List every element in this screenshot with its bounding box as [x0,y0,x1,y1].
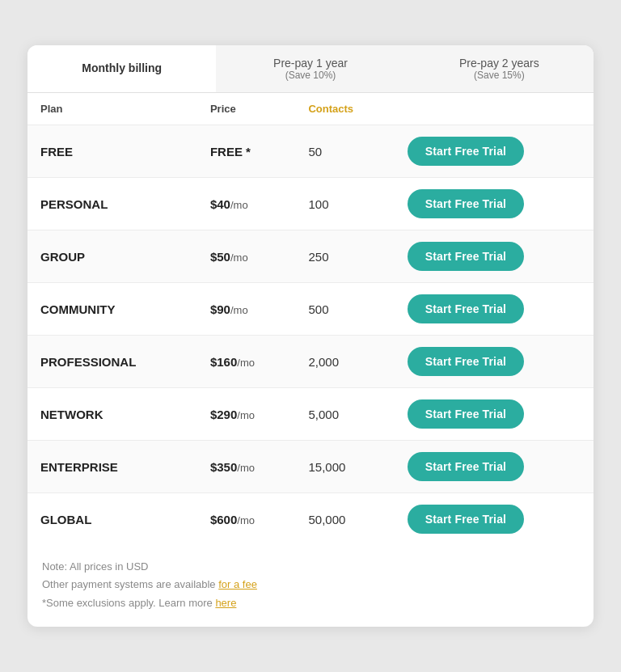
table-row: GLOBAL$600/mo50,000Start Free Trial [27,493,594,546]
tab-prepay2[interactable]: Pre-pay 2 years (Save 15%) [405,45,594,92]
pricing-table: Plan Price Contacts FREEFREE *50Start Fr… [27,93,594,545]
plan-contacts: 2,000 [295,336,394,388]
footer-note-exclusions: *Some exclusions apply. Learn more here [42,594,579,612]
price-amount: $90 [210,302,230,316]
here-link[interactable]: here [215,597,236,609]
for-a-fee-link[interactable]: for a fee [218,578,257,590]
plan-action: Start Free Trial [395,230,594,283]
table-row: ENTERPRISE$350/mo15,000Start Free Trial [27,441,594,493]
price-amount: $40 [210,197,230,211]
plan-name: COMMUNITY [27,283,197,336]
plan-action: Start Free Trial [395,125,594,178]
footer-notes: Note: All prices in USD Other payment sy… [27,545,594,626]
pricing-card: Monthly billing Pre-pay 1 year (Save 10%… [27,45,594,626]
tab-monthly[interactable]: Monthly billing [27,45,216,92]
plan-name: GROUP [27,230,197,283]
plan-name: NETWORK [27,388,197,441]
col-plan-header: Plan [27,93,197,125]
plan-contacts: 500 [295,283,394,336]
plan-contacts: 250 [295,230,394,283]
price-period: /mo [230,251,248,264]
price-period: /mo [237,514,255,526]
plan-action: Start Free Trial [395,283,594,336]
table-row: FREEFREE *50Start Free Trial [27,125,594,178]
plan-name: ENTERPRISE [27,441,197,493]
start-free-trial-button[interactable]: Start Free Trial [408,452,524,481]
table-row: GROUP$50/mo250Start Free Trial [27,230,594,283]
plan-price: $350/mo [197,441,296,493]
col-action-header [395,93,594,125]
price-period: /mo [237,409,255,421]
start-free-trial-button[interactable]: Start Free Trial [408,399,524,429]
billing-tabs: Monthly billing Pre-pay 1 year (Save 10%… [27,45,594,93]
price-amount: $350 [210,460,237,474]
start-free-trial-button[interactable]: Start Free Trial [408,347,524,376]
price-amount: $50 [210,250,230,264]
plan-contacts: 100 [295,178,394,230]
plan-price: $90/mo [197,283,296,336]
plan-contacts: 50 [295,125,394,178]
price-period: /mo [237,357,255,369]
price-period: /mo [230,304,248,316]
plan-action: Start Free Trial [395,178,594,230]
plan-action: Start Free Trial [395,441,594,493]
col-price-header: Price [197,93,296,125]
plan-contacts: 15,000 [295,441,394,493]
table-row: NETWORK$290/mo5,000Start Free Trial [27,388,594,441]
price-amount: $600 [210,513,237,526]
start-free-trial-button[interactable]: Start Free Trial [408,505,524,534]
plan-action: Start Free Trial [395,336,594,388]
col-contacts-header: Contacts [295,93,394,125]
start-free-trial-button[interactable]: Start Free Trial [408,189,524,218]
plan-contacts: 50,000 [295,493,394,546]
price-period: /mo [230,199,248,211]
table-row: PROFESSIONAL$160/mo2,000Start Free Trial [27,336,594,388]
start-free-trial-button[interactable]: Start Free Trial [408,242,524,271]
plan-price: $600/mo [197,493,296,546]
price-amount: FREE * [210,145,251,158]
plan-price: $160/mo [197,336,296,388]
plan-action: Start Free Trial [395,493,594,546]
price-period: /mo [237,462,255,474]
plan-price: FREE * [197,125,296,178]
plan-name: FREE [27,125,197,178]
plan-action: Start Free Trial [395,388,594,441]
plan-price: $40/mo [197,178,296,230]
plan-contacts: 5,000 [295,388,394,441]
plan-price: $290/mo [197,388,296,441]
table-row: COMMUNITY$90/mo500Start Free Trial [27,283,594,336]
plan-price: $50/mo [197,230,296,283]
price-amount: $160 [210,355,237,369]
plan-name: PERSONAL [27,178,197,230]
plan-name: PROFESSIONAL [27,336,197,388]
tab-prepay1[interactable]: Pre-pay 1 year (Save 10%) [216,45,404,92]
footer-note-usd: Note: All prices in USD [42,558,579,576]
table-row: PERSONAL$40/mo100Start Free Trial [27,178,594,230]
start-free-trial-button[interactable]: Start Free Trial [408,137,524,166]
price-amount: $290 [210,408,237,421]
plan-name: GLOBAL [27,493,197,546]
start-free-trial-button[interactable]: Start Free Trial [408,294,524,323]
footer-note-payment: Other payment systems are available for … [42,576,579,594]
